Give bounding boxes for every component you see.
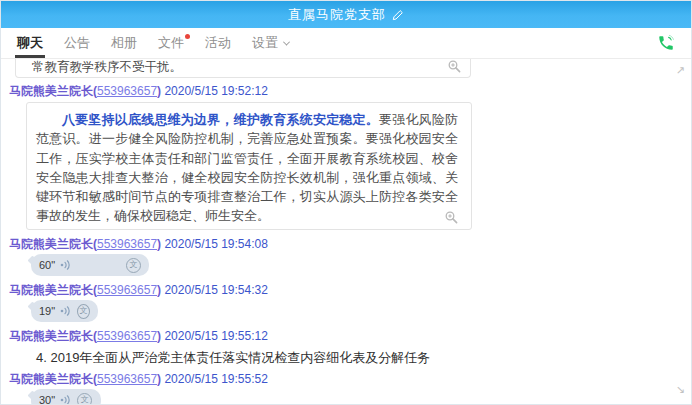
chat-window: 直属马院党支部 聊天 公告 相册 文件 活动 设置 (0, 0, 692, 405)
message-header: 马院熊美兰院长(553963657) 2020/5/15 19:54:08 (9, 238, 691, 251)
sender-name: 马院熊美兰院长 (9, 84, 93, 98)
voice-message-bubble[interactable]: 30" 文 (31, 389, 101, 405)
paren: ) (157, 283, 161, 297)
group-title: 直属马院党支部 (288, 6, 386, 24)
card-paragraph: 八要坚持以底线思维为边界，维护教育系统安定稳定。要强化风险防范意识。进一步健全风… (36, 110, 458, 226)
tab-album[interactable]: 相册 (109, 28, 139, 58)
title-bar: 直属马院党支部 (1, 1, 691, 28)
voice-duration: 19" (39, 305, 55, 317)
chat-message-area: 常教育教学秩序不受干扰。 马院熊美兰院长(553963657) 2020/5/1… (1, 59, 691, 405)
edit-title-icon[interactable] (392, 9, 404, 21)
translate-glyph: 文 (130, 261, 138, 269)
tab-settings[interactable]: 设置 (250, 28, 291, 58)
paren: ) (157, 329, 161, 343)
message-header: 马院熊美兰院长(553963657) 2020/5/15 19:55:12 (9, 330, 691, 343)
card-body-text: 要强化风险防范意识。进一步健全风险防控机制，完善应急处置预案。要强化校园安全工作… (36, 112, 458, 223)
sender-qq-link[interactable]: 553963657 (97, 84, 157, 98)
paren: ) (157, 237, 161, 251)
sender-qq-link[interactable]: 553963657 (97, 283, 157, 297)
voice-to-text-icon[interactable]: 文 (77, 393, 92, 405)
scroll-up-arrow-icon[interactable]: ↗ (676, 65, 685, 76)
voice-message-bubble[interactable]: 19" 文 (31, 300, 98, 322)
tab-activities[interactable]: 活动 (203, 28, 233, 58)
partial-message-text: 常教育教学秩序不受干扰。 (16, 59, 470, 76)
scroll-down-arrow-icon[interactable]: ↘ (676, 384, 685, 395)
chevron-down-icon (283, 38, 290, 45)
notification-dot-icon (185, 34, 190, 39)
paren: ) (157, 84, 161, 98)
voice-message-bubble[interactable]: 60" 文 (31, 254, 149, 276)
sender-name: 马院熊美兰院长 (9, 329, 93, 343)
message-timestamp: 2020/5/15 19:55:12 (164, 329, 267, 343)
card-lead-sentence: 八要坚持以底线思维为边界，维护教育系统安定稳定。 (62, 112, 379, 127)
tab-chat[interactable]: 聊天 (15, 28, 45, 58)
voice-message-row: 30" 文 (31, 389, 691, 405)
sender-name: 马院熊美兰院长 (9, 237, 93, 251)
message-timestamp: 2020/5/15 19:52:12 (164, 84, 267, 98)
text-message: 4. 2019年全面从严治党主体责任落实情况检查内容细化表及分解任务 (36, 349, 691, 367)
voice-duration: 60" (39, 259, 55, 271)
zoom-in-icon[interactable] (445, 211, 458, 224)
paren: ) (157, 372, 161, 386)
voice-call-button[interactable] (657, 28, 675, 58)
sender-qq-link[interactable]: 553963657 (97, 329, 157, 343)
voice-to-text-icon[interactable]: 文 (77, 304, 90, 319)
translate-glyph: 文 (80, 307, 88, 315)
message-header: 马院熊美兰院长(553963657) 2020/5/15 19:55:52 (9, 373, 691, 386)
speaker-waves-icon (60, 394, 72, 405)
tab-announcement[interactable]: 公告 (62, 28, 92, 58)
zoom-in-icon[interactable] (448, 60, 461, 73)
sender-qq-link[interactable]: 553963657 (97, 372, 157, 386)
voice-message-row: 19" 文 (31, 300, 691, 322)
speaker-waves-icon (60, 305, 72, 317)
tab-files[interactable]: 文件 (156, 28, 186, 58)
sender-name: 马院熊美兰院长 (9, 283, 93, 297)
message-timestamp: 2020/5/15 19:54:32 (164, 283, 267, 297)
message-header: 马院熊美兰院长(553963657) 2020/5/15 19:54:32 (9, 284, 691, 297)
message-header: 马院熊美兰院长(553963657) 2020/5/15 19:52:12 (9, 85, 691, 98)
speaker-waves-icon (60, 259, 72, 271)
phone-icon (657, 34, 675, 52)
tab-files-label: 文件 (158, 34, 184, 52)
tab-announcement-label: 公告 (64, 34, 90, 52)
message-timestamp: 2020/5/15 19:54:08 (164, 237, 267, 251)
tab-album-label: 相册 (111, 34, 137, 52)
voice-to-text-icon[interactable]: 文 (126, 258, 141, 273)
tab-chat-label: 聊天 (17, 34, 43, 52)
sender-qq-link[interactable]: 553963657 (97, 237, 157, 251)
sender-name: 马院熊美兰院长 (9, 372, 93, 386)
voice-message-row: 60" 文 (31, 254, 691, 276)
tab-bar: 聊天 公告 相册 文件 活动 设置 (1, 28, 691, 59)
message-card[interactable]: 八要坚持以底线思维为边界，维护教育系统安定稳定。要强化风险防范意识。进一步健全风… (26, 102, 472, 230)
translate-glyph: 文 (81, 396, 89, 404)
message-card-partial[interactable]: 常教育教学秩序不受干扰。 (15, 59, 471, 78)
voice-duration: 30" (39, 394, 55, 405)
tab-settings-label: 设置 (252, 34, 278, 52)
message-timestamp: 2020/5/15 19:55:52 (164, 372, 267, 386)
tab-activities-label: 活动 (205, 34, 231, 52)
